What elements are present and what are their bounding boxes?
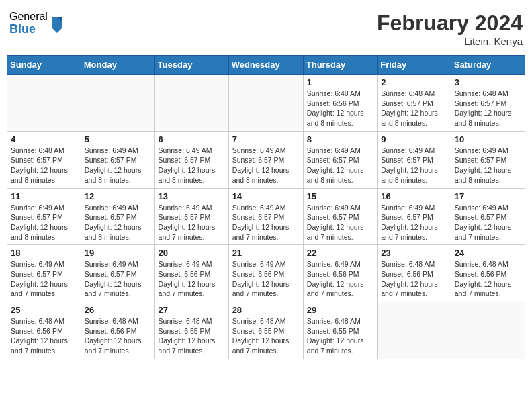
calendar-day-cell: 17Sunrise: 6:49 AM Sunset: 6:57 PM Dayli… [451,188,525,245]
day-info: Sunrise: 6:48 AM Sunset: 6:55 PM Dayligh… [159,316,225,356]
calendar-day-cell: 18Sunrise: 6:49 AM Sunset: 6:57 PM Dayli… [7,245,81,302]
day-info: Sunrise: 6:48 AM Sunset: 6:56 PM Dayligh… [455,259,521,299]
weekday-header-cell: Friday [378,56,451,75]
day-info: Sunrise: 6:49 AM Sunset: 6:57 PM Dayligh… [85,259,151,299]
calendar-day-cell: 15Sunrise: 6:49 AM Sunset: 6:57 PM Dayli… [303,188,377,245]
day-number: 20 [159,248,225,258]
day-number: 1 [307,77,373,87]
calendar-day-cell: 14Sunrise: 6:49 AM Sunset: 6:57 PM Dayli… [228,188,303,245]
day-number: 14 [232,191,300,201]
day-number: 21 [232,248,300,258]
weekday-header-cell: Saturday [451,56,525,75]
calendar-day-cell: 24Sunrise: 6:48 AM Sunset: 6:56 PM Dayli… [451,245,525,302]
calendar-day-cell: 7Sunrise: 6:49 AM Sunset: 6:57 PM Daylig… [228,131,303,188]
calendar-day-cell: 20Sunrise: 6:49 AM Sunset: 6:56 PM Dayli… [154,245,228,302]
day-number: 26 [85,305,151,315]
calendar-day-cell [378,302,451,359]
day-number: 2 [381,77,447,87]
calendar-day-cell: 21Sunrise: 6:49 AM Sunset: 6:56 PM Dayli… [228,245,303,302]
calendar-day-cell: 2Sunrise: 6:48 AM Sunset: 6:57 PM Daylig… [378,75,451,132]
day-number: 19 [85,248,151,258]
day-info: Sunrise: 6:49 AM Sunset: 6:57 PM Dayligh… [381,146,447,185]
day-number: 29 [307,305,373,315]
day-info: Sunrise: 6:49 AM Sunset: 6:57 PM Dayligh… [11,259,77,299]
day-info: Sunrise: 6:49 AM Sunset: 6:56 PM Dayligh… [232,259,300,299]
day-number: 22 [307,248,373,258]
logo: General Blue [9,11,65,36]
calendar-day-cell: 5Sunrise: 6:49 AM Sunset: 6:57 PM Daylig… [81,131,154,188]
day-info: Sunrise: 6:49 AM Sunset: 6:57 PM Dayligh… [85,203,151,242]
day-info: Sunrise: 6:48 AM Sunset: 6:56 PM Dayligh… [381,259,447,299]
page-header: General Blue February 2024 Litein, Kenya [7,7,525,51]
calendar-day-cell: 23Sunrise: 6:48 AM Sunset: 6:56 PM Dayli… [378,245,451,302]
calendar-day-cell [81,75,154,132]
day-number: 18 [11,248,77,258]
calendar-day-cell: 29Sunrise: 6:48 AM Sunset: 6:55 PM Dayli… [303,302,377,359]
calendar-day-cell [228,75,303,132]
calendar-day-cell: 11Sunrise: 6:49 AM Sunset: 6:57 PM Dayli… [7,188,81,245]
day-info: Sunrise: 6:49 AM Sunset: 6:57 PM Dayligh… [159,203,225,242]
weekday-header-cell: Thursday [303,56,377,75]
day-number: 7 [232,134,300,144]
calendar-body: 1Sunrise: 6:48 AM Sunset: 6:56 PM Daylig… [7,75,525,359]
calendar-day-cell: 8Sunrise: 6:49 AM Sunset: 6:57 PM Daylig… [303,131,377,188]
calendar-day-cell: 12Sunrise: 6:49 AM Sunset: 6:57 PM Dayli… [81,188,154,245]
calendar-week-row: 4Sunrise: 6:48 AM Sunset: 6:57 PM Daylig… [7,131,525,188]
day-number: 11 [11,191,77,201]
calendar-week-row: 25Sunrise: 6:48 AM Sunset: 6:56 PM Dayli… [7,302,525,359]
day-number: 10 [455,134,521,144]
day-info: Sunrise: 6:49 AM Sunset: 6:57 PM Dayligh… [455,146,521,185]
calendar-day-cell: 1Sunrise: 6:48 AM Sunset: 6:56 PM Daylig… [303,75,377,132]
weekday-header-cell: Monday [81,56,154,75]
day-info: Sunrise: 6:48 AM Sunset: 6:55 PM Dayligh… [232,316,300,356]
day-number: 27 [159,305,225,315]
calendar-week-row: 1Sunrise: 6:48 AM Sunset: 6:56 PM Daylig… [7,75,525,132]
day-number: 23 [381,248,447,258]
day-number: 17 [455,191,521,201]
day-number: 28 [232,305,300,315]
day-info: Sunrise: 6:48 AM Sunset: 6:56 PM Dayligh… [85,316,151,356]
day-number: 8 [307,134,373,144]
day-number: 24 [455,248,521,258]
location: Litein, Kenya [377,36,523,47]
weekday-header-row: SundayMondayTuesdayWednesdayThursdayFrid… [7,56,525,75]
day-number: 9 [381,134,447,144]
day-info: Sunrise: 6:48 AM Sunset: 6:56 PM Dayligh… [11,316,77,356]
calendar-day-cell [7,75,81,132]
weekday-header-cell: Wednesday [228,56,303,75]
calendar-day-cell [451,302,525,359]
day-number: 12 [85,191,151,201]
month-year: February 2024 [377,11,523,36]
calendar-day-cell: 9Sunrise: 6:49 AM Sunset: 6:57 PM Daylig… [378,131,451,188]
day-number: 16 [381,191,447,201]
calendar-week-row: 18Sunrise: 6:49 AM Sunset: 6:57 PM Dayli… [7,245,525,302]
calendar-day-cell: 10Sunrise: 6:49 AM Sunset: 6:57 PM Dayli… [451,131,525,188]
calendar-day-cell: 16Sunrise: 6:49 AM Sunset: 6:57 PM Dayli… [378,188,451,245]
title-block: February 2024 Litein, Kenya [377,11,523,47]
calendar-day-cell: 19Sunrise: 6:49 AM Sunset: 6:57 PM Dayli… [81,245,154,302]
day-info: Sunrise: 6:49 AM Sunset: 6:57 PM Dayligh… [232,203,300,242]
day-info: Sunrise: 6:48 AM Sunset: 6:56 PM Dayligh… [307,89,373,128]
day-info: Sunrise: 6:49 AM Sunset: 6:56 PM Dayligh… [159,259,225,299]
logo-blue: Blue [9,23,48,36]
calendar-day-cell: 6Sunrise: 6:49 AM Sunset: 6:57 PM Daylig… [154,131,228,188]
day-number: 4 [11,134,77,144]
day-info: Sunrise: 6:49 AM Sunset: 6:57 PM Dayligh… [381,203,447,242]
day-number: 3 [455,77,521,87]
day-number: 6 [159,134,225,144]
day-info: Sunrise: 6:48 AM Sunset: 6:57 PM Dayligh… [455,89,521,128]
calendar-day-cell: 3Sunrise: 6:48 AM Sunset: 6:57 PM Daylig… [451,75,525,132]
logo-general: General [9,11,48,23]
calendar-day-cell: 4Sunrise: 6:48 AM Sunset: 6:57 PM Daylig… [7,131,81,188]
day-info: Sunrise: 6:48 AM Sunset: 6:57 PM Dayligh… [381,89,447,128]
day-info: Sunrise: 6:48 AM Sunset: 6:55 PM Dayligh… [307,316,373,356]
weekday-header-cell: Sunday [7,56,81,75]
day-info: Sunrise: 6:49 AM Sunset: 6:57 PM Dayligh… [232,146,300,185]
calendar-day-cell: 26Sunrise: 6:48 AM Sunset: 6:56 PM Dayli… [81,302,154,359]
calendar-week-row: 11Sunrise: 6:49 AM Sunset: 6:57 PM Dayli… [7,188,525,245]
day-number: 25 [11,305,77,315]
day-info: Sunrise: 6:49 AM Sunset: 6:57 PM Dayligh… [159,146,225,185]
calendar-day-cell: 25Sunrise: 6:48 AM Sunset: 6:56 PM Dayli… [7,302,81,359]
day-info: Sunrise: 6:49 AM Sunset: 6:57 PM Dayligh… [307,146,373,185]
day-info: Sunrise: 6:49 AM Sunset: 6:56 PM Dayligh… [307,259,373,299]
